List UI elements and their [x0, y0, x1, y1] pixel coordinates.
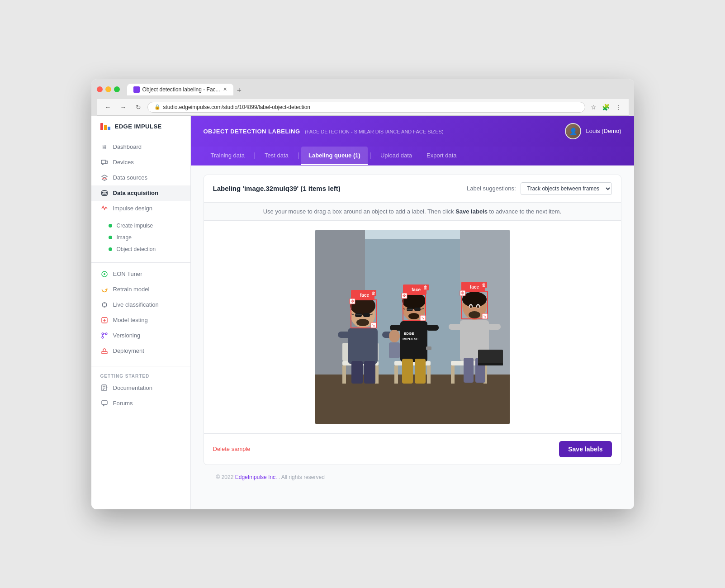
tab-divider-2: |	[296, 152, 301, 160]
create-impulse-label: Create impulse	[117, 223, 153, 229]
tab-divider-1: |	[252, 152, 257, 160]
nav-tabs: Training data | Test data | Labeling que…	[191, 147, 634, 166]
close-button[interactable]	[97, 86, 103, 92]
tab-upload-data[interactable]: Upload data	[373, 147, 419, 165]
image-label: Image	[117, 234, 132, 241]
tab-test-data[interactable]: Test data	[257, 147, 296, 165]
retrain-model-icon	[100, 285, 109, 294]
forums-label: Forums	[113, 400, 133, 407]
maximize-button[interactable]	[114, 86, 120, 92]
data-sources-icon	[100, 174, 109, 182]
traffic-lights	[97, 86, 120, 92]
bookmark-icon[interactable]: ☆	[589, 103, 598, 112]
browser-window: Object detection labeling - Fac... ✕ + ←…	[91, 79, 634, 509]
create-impulse-dot	[109, 224, 112, 228]
sidebar-item-live-classification[interactable]: Live classification	[91, 297, 190, 313]
svg-rect-38	[427, 365, 431, 384]
svg-text:✥: ✥	[461, 291, 464, 295]
tab-labeling-queue[interactable]: Labeling queue (1)	[301, 147, 368, 165]
live-classification-icon	[100, 301, 109, 309]
versioning-icon	[100, 332, 109, 340]
svg-rect-70	[426, 346, 431, 350]
browser-nav: ← → ↻ 🔒 studio.edgeimpulse.com/studio/10…	[97, 99, 629, 116]
avatar: 👤	[565, 123, 581, 139]
main-content: OBJECT DETECTION LABELING (FACE DETECTIO…	[191, 116, 634, 509]
label-suggestions-select[interactable]: Track objects between frames	[521, 182, 612, 195]
label-suggestions: Label suggestions: Track objects between…	[467, 182, 611, 195]
forward-button[interactable]: →	[118, 103, 129, 112]
impulse-design-icon	[100, 204, 109, 213]
browser-toolbar: Object detection labeling - Fac... ✕ +	[97, 84, 629, 95]
svg-text:↘: ↘	[483, 314, 487, 318]
sidebar-item-eon-tuner[interactable]: EON Tuner	[91, 266, 190, 282]
getting-started-label: GETTING STARTED	[91, 370, 190, 380]
labeling-panel: Labeling 'image.32mulq39' (1 items left)…	[204, 175, 621, 465]
svg-rect-53	[351, 361, 363, 384]
label-suggestions-text: Label suggestions:	[467, 185, 516, 192]
back-button[interactable]: ←	[102, 103, 114, 112]
sidebar-item-retrain-model[interactable]: Retrain model	[91, 282, 190, 297]
url-text: studio.edgeimpulse.com/studio/104899/lab…	[163, 104, 311, 110]
sidebar-item-deployment[interactable]: Deployment	[91, 343, 190, 359]
menu-icon[interactable]: ⋮	[613, 103, 623, 112]
header-user: 👤 Louis (Demo)	[565, 123, 621, 139]
active-tab[interactable]: Object detection labeling - Fac... ✕	[127, 84, 233, 95]
data-sources-label: Data sources	[113, 174, 148, 181]
refresh-button[interactable]: ↻	[133, 103, 144, 112]
delete-sample-button[interactable]: Delete sample	[213, 446, 251, 452]
header-title: OBJECT DETECTION LABELING	[204, 128, 300, 135]
sidebar-item-data-sources[interactable]: Data sources	[91, 170, 190, 185]
content-area: Labeling 'image.32mulq39' (1 items left)…	[191, 166, 634, 509]
add-tab-button[interactable]: +	[233, 86, 246, 95]
versioning-label: Versioning	[113, 332, 141, 339]
app-container: EDGE IMPULSE 🖥 Dashboard Devices	[91, 116, 634, 509]
svg-rect-84	[478, 363, 503, 365]
logo-text: EDGE IMPULSE	[115, 123, 162, 130]
impulse-design-label: Impulse design	[113, 205, 152, 212]
sidebar-item-documentation[interactable]: Documentation	[91, 380, 190, 396]
sidebar-item-image[interactable]: Image	[91, 232, 190, 243]
sidebar-item-model-testing[interactable]: Model testing	[91, 313, 190, 328]
object-detection-label: Object detection	[117, 246, 156, 252]
image-container[interactable]: EDGE IMPULSE	[315, 230, 510, 424]
sidebar-item-object-detection[interactable]: Object detection	[91, 243, 190, 255]
svg-point-77	[469, 311, 480, 318]
svg-text:↘: ↘	[372, 323, 375, 327]
avatar-image: 👤	[566, 124, 580, 138]
data-acquisition-label: Data acquisition	[113, 190, 158, 196]
svg-text:🗑: 🗑	[371, 290, 376, 295]
sidebar: EDGE IMPULSE 🖥 Dashboard Devices	[91, 116, 191, 509]
sidebar-item-versioning[interactable]: Versioning	[91, 328, 190, 343]
sidebar-item-devices[interactable]: Devices	[91, 155, 190, 170]
browser-actions: ☆ 🧩 ⋮	[589, 103, 623, 112]
sidebar-item-forums[interactable]: Forums	[91, 396, 190, 411]
lock-icon: 🔒	[154, 104, 161, 110]
svg-rect-40	[451, 365, 455, 384]
sidebar-item-impulse-design[interactable]: Impulse design	[91, 201, 190, 216]
svg-text:✥: ✥	[403, 294, 406, 298]
tab-export-data[interactable]: Export data	[419, 147, 464, 165]
logo-icon	[100, 123, 110, 130]
page-footer: © 2022 EdgeImpulse Inc. . All rights res…	[204, 465, 621, 489]
minimize-button[interactable]	[105, 86, 111, 92]
footer-link[interactable]: EdgeImpulse Inc.	[235, 474, 277, 480]
svg-text:IMPULSE: IMPULSE	[403, 337, 419, 341]
logo-bar-blue	[108, 127, 110, 130]
labeling-header: Labeling 'image.32mulq39' (1 items left)…	[204, 175, 621, 203]
browser-tabs: Object detection labeling - Fac... ✕ +	[127, 84, 246, 95]
forums-icon	[100, 399, 109, 408]
instruction-text: Use your mouse to drag a box around an o…	[263, 208, 562, 215]
tab-close-button[interactable]: ✕	[223, 86, 227, 92]
sidebar-main-items: 🖥 Dashboard Devices Data sources	[91, 139, 190, 220]
sidebar-item-data-acquisition[interactable]: Data acquisition	[91, 185, 190, 201]
model-testing-icon	[100, 316, 109, 324]
address-bar[interactable]: 🔒 studio.edgeimpulse.com/studio/104899/l…	[147, 102, 585, 113]
svg-rect-86	[389, 342, 400, 358]
extension-icon[interactable]: 🧩	[600, 103, 611, 112]
sidebar-item-create-impulse[interactable]: Create impulse	[91, 220, 190, 232]
save-labels-button[interactable]: Save labels	[559, 441, 611, 457]
tab-training-data[interactable]: Training data	[204, 147, 252, 165]
sidebar-item-dashboard[interactable]: 🖥 Dashboard	[91, 139, 190, 155]
logo-bar-yellow	[104, 125, 107, 130]
svg-rect-66	[390, 325, 403, 331]
